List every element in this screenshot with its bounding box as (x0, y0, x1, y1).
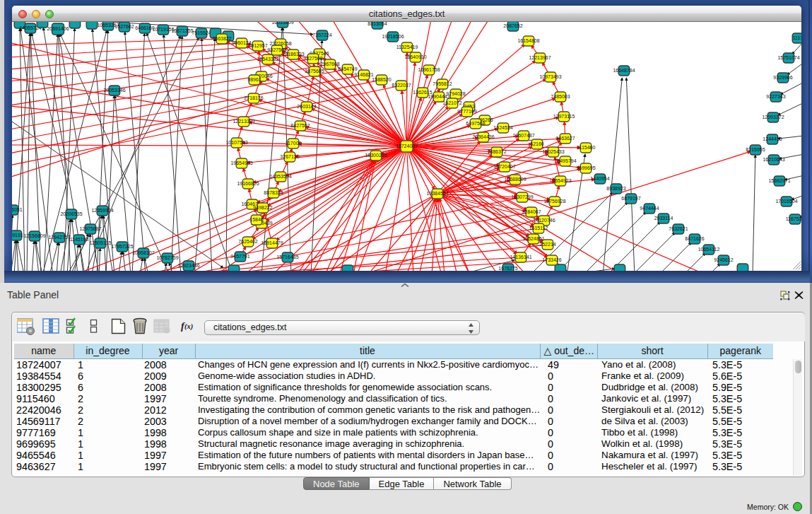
svg-text:7386372: 7386372 (487, 149, 506, 154)
svg-text:7485003: 7485003 (551, 94, 570, 99)
svg-text:9227343: 9227343 (766, 94, 785, 99)
svg-text:12213967: 12213967 (529, 55, 551, 60)
svg-text:9457791: 9457791 (230, 254, 249, 259)
svg-text:9284067: 9284067 (522, 209, 541, 214)
svg-text:7663822: 7663822 (212, 36, 231, 41)
svg-text:19524851: 19524851 (522, 236, 544, 241)
svg-text:6497568: 6497568 (466, 121, 485, 126)
svg-text:10107553: 10107553 (225, 140, 247, 145)
svg-text:8454749: 8454749 (338, 66, 357, 71)
svg-text:10958107: 10958107 (132, 250, 154, 255)
svg-text:16671355: 16671355 (171, 28, 193, 33)
svg-text:19218506: 19218506 (382, 34, 404, 39)
svg-text:14136141: 14136141 (510, 255, 531, 259)
svg-text:9474444: 9474444 (640, 206, 659, 211)
svg-text:10025433: 10025433 (542, 149, 564, 154)
svg-text:17957225: 17957225 (111, 244, 133, 249)
svg-text:12505135: 12505135 (89, 240, 111, 245)
svg-text:9794028: 9794028 (446, 91, 465, 96)
svg-text:8427552: 8427552 (290, 123, 310, 128)
svg-text:1244415: 1244415 (763, 136, 782, 141)
svg-text:18186323: 18186323 (282, 52, 304, 57)
svg-text:1440954: 1440954 (590, 176, 609, 181)
svg-text:2967608: 2967608 (320, 62, 339, 66)
svg-text:16210643: 16210643 (763, 157, 784, 162)
svg-text:2718176: 2718176 (244, 95, 263, 100)
svg-text:9777169: 9777169 (457, 109, 476, 114)
svg-text:20053346: 20053346 (103, 88, 125, 93)
svg-text:98961: 98961 (247, 77, 261, 82)
svg-text:1615112: 1615112 (529, 226, 548, 230)
svg-text:10973493: 10973493 (539, 74, 561, 79)
svg-text:6879197: 6879197 (621, 196, 640, 201)
svg-text:12359924: 12359924 (91, 208, 113, 213)
svg-text:12942757: 12942757 (48, 235, 70, 240)
svg-text:15495794: 15495794 (554, 158, 576, 163)
svg-text:8215955: 8215955 (746, 147, 765, 152)
svg-text:9245612: 9245612 (714, 257, 733, 262)
svg-text:15840: 15840 (249, 217, 264, 222)
svg-text:12213389: 12213389 (233, 119, 254, 124)
svg-text:8938923: 8938923 (606, 186, 625, 191)
svg-text:20206535: 20206535 (60, 211, 82, 216)
svg-text:12093372: 12093372 (762, 115, 784, 119)
svg-text:10607487: 10607487 (512, 133, 534, 138)
svg-text:18307299: 18307299 (511, 194, 533, 199)
svg-text:12156809: 12156809 (23, 233, 45, 238)
svg-text:7632621: 7632621 (669, 226, 688, 231)
svg-text:1621072: 1621072 (442, 100, 461, 105)
svg-text:19384554: 19384554 (426, 191, 448, 196)
svg-text:1733426: 1733426 (542, 257, 561, 262)
svg-text:8912957: 8912957 (248, 43, 267, 48)
svg-text:9115460: 9115460 (577, 145, 596, 150)
svg-text:7955812: 7955812 (433, 81, 452, 86)
svg-text:9498222: 9498222 (253, 205, 272, 210)
svg-text:1145193: 1145193 (70, 237, 89, 242)
svg-text:7357224: 7357224 (312, 33, 331, 37)
svg-text:16782759: 16782759 (156, 255, 178, 260)
svg-text:3875685: 3875685 (305, 69, 324, 74)
svg-text:7625402: 7625402 (238, 239, 257, 244)
svg-text:1588520: 1588520 (372, 77, 391, 82)
svg-text:20364436: 20364436 (472, 134, 494, 139)
svg-text:1624534: 1624534 (493, 125, 512, 130)
svg-text:9327508: 9327508 (303, 56, 322, 61)
svg-text:19654923: 19654923 (549, 178, 571, 183)
svg-text:12923446: 12923446 (177, 263, 199, 268)
svg-text:10688609: 10688609 (504, 177, 526, 182)
svg-text:15751074: 15751074 (777, 55, 799, 60)
svg-text:252214: 252214 (539, 242, 555, 247)
svg-text:14353594: 14353594 (269, 174, 291, 179)
svg-text:15720407: 15720407 (493, 164, 515, 169)
svg-text:16961758: 16961758 (418, 67, 440, 72)
svg-text:16914479: 16914479 (261, 240, 283, 245)
svg-text:1335051: 1335051 (12, 207, 23, 212)
svg-text:62160: 62160 (530, 141, 544, 146)
svg-text:20691406: 20691406 (47, 26, 69, 31)
svg-text:16543382: 16543382 (257, 57, 278, 62)
svg-text:7515524: 7515524 (192, 30, 211, 35)
svg-text:1117: 1117 (793, 35, 801, 40)
svg-text:15692971: 15692971 (768, 178, 790, 183)
svg-text:14120746: 14120746 (533, 218, 555, 223)
svg-text:12973115: 12973115 (553, 114, 575, 119)
svg-text:9146821: 9146821 (354, 72, 373, 77)
svg-text:8878334: 8878334 (264, 190, 283, 195)
svg-text:2087652: 2087652 (503, 23, 522, 28)
svg-text:1678275: 1678275 (498, 266, 517, 271)
svg-text:17016504: 17016504 (775, 199, 797, 204)
svg-text:19166825: 19166825 (237, 181, 259, 186)
svg-text:8322037: 8322037 (392, 83, 411, 88)
svg-text:18640910: 18640910 (404, 54, 426, 59)
svg-text:19654985: 19654985 (230, 160, 252, 165)
svg-text:(x): (x) (184, 322, 193, 331)
svg-text:39191: 39191 (12, 233, 23, 238)
svg-text:15716485: 15716485 (276, 255, 298, 259)
svg-text:1527602: 1527602 (114, 24, 134, 29)
svg-text:2933114: 2933114 (654, 216, 673, 221)
svg-text:8813054: 8813054 (367, 22, 387, 26)
svg-text:1167533: 1167533 (786, 216, 801, 221)
svg-text:10654112: 10654112 (698, 247, 720, 252)
svg-text:18300295: 18300295 (365, 153, 387, 158)
svg-text:12975887: 12975887 (79, 226, 101, 231)
